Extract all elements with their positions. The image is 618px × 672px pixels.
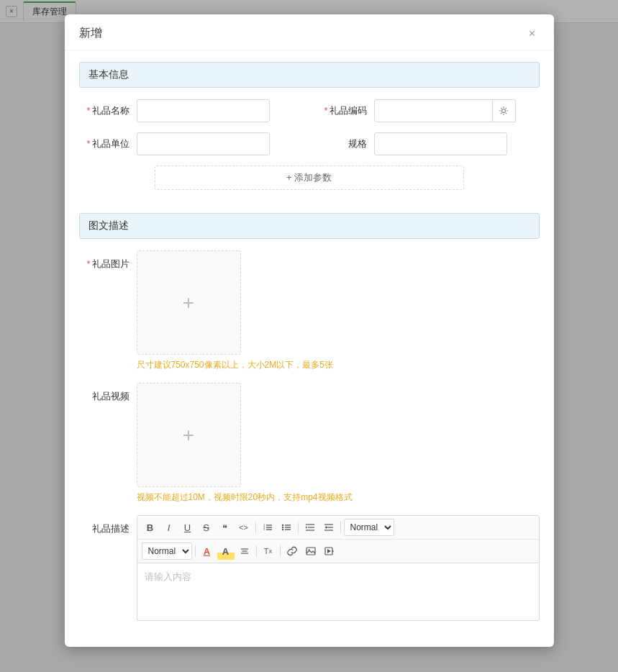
label-gift-code: 礼品编码 [317, 104, 374, 117]
tb-italic-btn[interactable]: I [160, 519, 178, 536]
upload-plus-icon: + [183, 291, 194, 314]
input-gift-unit[interactable] [137, 132, 270, 155]
ul-icon [281, 522, 291, 532]
form-row-name-code: 礼品名称 礼品编码 202006191584 [79, 99, 540, 122]
form-group-spec: 规格 [317, 132, 540, 155]
section-image-desc: 图文描述 [79, 213, 540, 239]
insert-image-icon [306, 546, 316, 556]
tb-indent-btn[interactable] [301, 519, 319, 536]
editor-placeholder: 请输入内容 [145, 571, 191, 582]
rich-editor-container: B I U S ❝ <> 123 [137, 515, 540, 621]
tb-code-btn[interactable]: <> [235, 519, 253, 536]
svg-text:3: 3 [263, 527, 265, 531]
toolbar-sep-1 [255, 522, 256, 533]
ol-icon: 123 [263, 522, 273, 532]
toolbar-sep-4 [195, 545, 196, 557]
toolbar-row-1: B I U S ❝ <> 123 [137, 516, 539, 540]
video-plus-icon: + [183, 424, 194, 447]
svg-rect-24 [306, 548, 315, 555]
rich-editor-body[interactable]: 请输入内容 [137, 563, 540, 621]
tb-insert-video-btn[interactable] [321, 542, 338, 560]
label-gift-image: 礼品图片 [79, 250, 137, 271]
svg-point-12 [281, 529, 283, 530]
form-row-unit-spec: 礼品单位 规格 [79, 132, 540, 155]
tb-highlight-btn[interactable]: A [217, 542, 235, 560]
input-gift-code[interactable]: 202006191584 [374, 99, 493, 122]
gear-icon [499, 106, 509, 116]
form-row-gift-video: 礼品视频 + 视频不能超过10M，视频时限20秒内，支持mp4视频格式 [79, 383, 540, 504]
svg-marker-16 [306, 526, 307, 529]
tb-ol-btn[interactable]: 123 [259, 519, 276, 536]
svg-point-10 [281, 525, 283, 526]
toolbar-sep-6 [280, 545, 281, 557]
tb-ul-btn[interactable] [278, 519, 295, 536]
tb-insert-image-btn[interactable] [302, 542, 319, 560]
gift-video-upload[interactable]: + [137, 383, 241, 487]
input-spec[interactable] [374, 132, 507, 155]
label-gift-video: 礼品视频 [79, 383, 137, 403]
tb-strike-btn[interactable]: S [198, 519, 215, 536]
toolbar-row-2: Normal A A Tx [137, 540, 539, 563]
form-group-name: 礼品名称 [79, 99, 302, 122]
modal-dialog: 新增 × 基本信息 礼品名称 礼品编码 202006191584 [65, 14, 554, 647]
indent-icon [305, 522, 315, 532]
form-group-code: 礼品编码 202006191584 [317, 99, 540, 122]
form-row-gift-desc: 礼品描述 B I U S ❝ <> 123 [79, 515, 540, 621]
form-group-unit: 礼品单位 [79, 132, 302, 155]
label-gift-unit: 礼品单位 [79, 137, 137, 150]
tb-font-color-btn[interactable]: A [199, 542, 216, 560]
tb-quote-btn[interactable]: ❝ [217, 519, 234, 536]
tb-outdent-btn[interactable] [320, 519, 337, 536]
svg-marker-28 [327, 549, 331, 553]
label-spec: 规格 [317, 137, 374, 150]
svg-marker-27 [332, 550, 334, 553]
svg-point-0 [502, 109, 506, 113]
toolbar-sep-5 [256, 545, 257, 557]
modal-title: 新增 [79, 26, 102, 41]
modal-header: 新增 × [65, 14, 554, 50]
toolbar-sep-3 [340, 522, 341, 533]
form-row-gift-image: 礼品图片 + 尺寸建议750x750像素以上，大小2M以下，最多5张 [79, 250, 540, 371]
tb-bold-btn[interactable]: B [142, 519, 159, 536]
input-gift-name[interactable] [137, 99, 270, 122]
image-hint: 尺寸建议750x750像素以上，大小2M以下，最多5张 [137, 359, 333, 371]
rich-toolbar: B I U S ❝ <> 123 [137, 515, 540, 563]
video-hint: 视频不能超过10M，视频时限20秒内，支持mp4视频格式 [137, 491, 353, 504]
add-param-btn[interactable]: + 添加参数 [155, 165, 464, 190]
link-icon [287, 546, 297, 556]
tb-link-btn[interactable] [283, 542, 301, 560]
svg-point-11 [281, 527, 283, 528]
section-basic-info: 基本信息 [79, 62, 540, 88]
code-generate-btn[interactable] [493, 99, 516, 122]
modal-close-btn[interactable]: × [525, 27, 540, 41]
tb-heading-select[interactable]: Normal [344, 519, 394, 536]
label-gift-name: 礼品名称 [79, 104, 137, 117]
tb-font-select[interactable]: Normal [142, 542, 192, 560]
code-field-wrapper: 202006191584 [374, 99, 516, 122]
outdent-icon [324, 522, 334, 532]
tb-underline-btn[interactable]: U [179, 519, 196, 536]
modal-body: 基本信息 礼品名称 礼品编码 202006191584 [65, 50, 554, 647]
tb-clear-format-btn[interactable]: Tx [260, 542, 277, 560]
insert-video-icon [324, 546, 335, 556]
align-center-icon [240, 546, 250, 556]
tb-align-center-btn[interactable] [236, 542, 253, 560]
toolbar-sep-2 [298, 522, 299, 533]
label-gift-desc: 礼品描述 [79, 515, 137, 535]
svg-marker-20 [324, 526, 327, 529]
gift-image-upload[interactable]: + [137, 250, 241, 355]
modal-overlay: 新增 × 基本信息 礼品名称 礼品编码 202006191584 [0, 0, 618, 672]
